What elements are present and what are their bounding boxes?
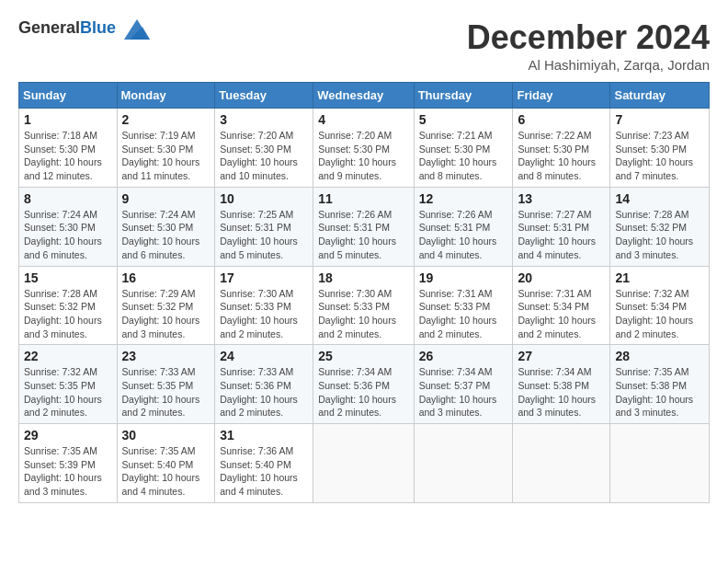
day-info: Sunrise: 7:28 AM Sunset: 5:32 PM Dayligh… — [615, 208, 704, 262]
day-number: 31 — [220, 428, 308, 442]
weekday-header-tuesday: Tuesday — [215, 83, 313, 109]
day-cell-29: 29Sunrise: 7:35 AM Sunset: 5:39 PM Dayli… — [19, 424, 118, 503]
day-number: 17 — [220, 270, 308, 285]
day-cell-19: 19Sunrise: 7:31 AM Sunset: 5:33 PM Dayli… — [414, 266, 513, 345]
day-cell-24: 24Sunrise: 7:33 AM Sunset: 5:36 PM Dayli… — [215, 345, 313, 424]
day-info: Sunrise: 7:18 AM Sunset: 5:30 PM Dayligh… — [24, 129, 112, 183]
day-number: 24 — [220, 349, 308, 363]
day-info: Sunrise: 7:29 AM Sunset: 5:32 PM Dayligh… — [122, 287, 210, 341]
day-cell-17: 17Sunrise: 7:30 AM Sunset: 5:33 PM Dayli… — [215, 266, 313, 345]
weekday-header-wednesday: Wednesday — [313, 83, 414, 109]
day-cell-12: 12Sunrise: 7:26 AM Sunset: 5:31 PM Dayli… — [414, 187, 513, 266]
week-row-4: 22Sunrise: 7:32 AM Sunset: 5:35 PM Dayli… — [19, 345, 710, 424]
day-cell-10: 10Sunrise: 7:25 AM Sunset: 5:31 PM Dayli… — [215, 187, 313, 266]
day-number: 27 — [518, 349, 605, 363]
day-number: 15 — [24, 270, 112, 285]
day-info: Sunrise: 7:32 AM Sunset: 5:35 PM Dayligh… — [24, 365, 112, 419]
day-info: Sunrise: 7:31 AM Sunset: 5:34 PM Dayligh… — [518, 287, 605, 341]
day-number: 12 — [419, 191, 508, 206]
day-cell-8: 8Sunrise: 7:24 AM Sunset: 5:30 PM Daylig… — [19, 187, 118, 266]
day-number: 11 — [318, 191, 408, 206]
day-info: Sunrise: 7:26 AM Sunset: 5:31 PM Dayligh… — [318, 208, 408, 262]
day-info: Sunrise: 7:30 AM Sunset: 5:33 PM Dayligh… — [318, 287, 408, 341]
day-info: Sunrise: 7:32 AM Sunset: 5:34 PM Dayligh… — [615, 287, 704, 341]
day-cell-18: 18Sunrise: 7:30 AM Sunset: 5:33 PM Dayli… — [313, 266, 414, 345]
day-cell-14: 14Sunrise: 7:28 AM Sunset: 5:32 PM Dayli… — [610, 187, 710, 266]
day-cell-11: 11Sunrise: 7:26 AM Sunset: 5:31 PM Dayli… — [313, 187, 414, 266]
day-number: 28 — [615, 349, 704, 363]
day-number: 9 — [122, 191, 210, 206]
day-number: 19 — [419, 270, 508, 285]
month-title: December 2024 — [467, 18, 710, 57]
week-row-3: 15Sunrise: 7:28 AM Sunset: 5:32 PM Dayli… — [19, 266, 710, 345]
location-subtitle: Al Hashimiyah, Zarqa, Jordan — [467, 57, 710, 73]
weekday-header-thursday: Thursday — [414, 83, 513, 109]
day-info: Sunrise: 7:23 AM Sunset: 5:30 PM Dayligh… — [615, 129, 704, 183]
day-number: 20 — [518, 270, 605, 285]
day-number: 30 — [122, 428, 210, 442]
day-info: Sunrise: 7:20 AM Sunset: 5:30 PM Dayligh… — [318, 129, 408, 183]
day-info: Sunrise: 7:34 AM Sunset: 5:37 PM Dayligh… — [419, 365, 508, 419]
day-info: Sunrise: 7:25 AM Sunset: 5:31 PM Dayligh… — [220, 208, 308, 262]
logo-general: General — [18, 18, 80, 37]
day-info: Sunrise: 7:19 AM Sunset: 5:30 PM Dayligh… — [122, 129, 210, 183]
day-number: 14 — [615, 191, 704, 206]
day-number: 13 — [518, 191, 605, 206]
day-info: Sunrise: 7:27 AM Sunset: 5:31 PM Dayligh… — [518, 208, 605, 262]
empty-cell — [513, 424, 610, 503]
weekday-header-sunday: Sunday — [19, 83, 118, 109]
day-cell-4: 4Sunrise: 7:20 AM Sunset: 5:30 PM Daylig… — [313, 109, 414, 188]
day-cell-2: 2Sunrise: 7:19 AM Sunset: 5:30 PM Daylig… — [117, 109, 215, 188]
day-info: Sunrise: 7:35 AM Sunset: 5:39 PM Dayligh… — [24, 444, 112, 499]
logo-blue: Blue — [80, 18, 116, 37]
day-info: Sunrise: 7:35 AM Sunset: 5:38 PM Dayligh… — [615, 365, 704, 419]
day-number: 29 — [24, 428, 112, 442]
week-row-1: 1Sunrise: 7:18 AM Sunset: 5:30 PM Daylig… — [19, 109, 710, 188]
day-number: 10 — [220, 191, 308, 206]
day-cell-1: 1Sunrise: 7:18 AM Sunset: 5:30 PM Daylig… — [19, 109, 118, 188]
day-cell-20: 20Sunrise: 7:31 AM Sunset: 5:34 PM Dayli… — [513, 266, 610, 345]
day-cell-7: 7Sunrise: 7:23 AM Sunset: 5:30 PM Daylig… — [610, 109, 710, 188]
day-info: Sunrise: 7:36 AM Sunset: 5:40 PM Dayligh… — [220, 444, 308, 499]
day-cell-21: 21Sunrise: 7:32 AM Sunset: 5:34 PM Dayli… — [610, 266, 710, 345]
day-number: 18 — [318, 270, 408, 285]
week-row-2: 8Sunrise: 7:24 AM Sunset: 5:30 PM Daylig… — [19, 187, 710, 266]
day-number: 23 — [122, 349, 210, 363]
day-info: Sunrise: 7:26 AM Sunset: 5:31 PM Dayligh… — [419, 208, 508, 262]
day-cell-16: 16Sunrise: 7:29 AM Sunset: 5:32 PM Dayli… — [117, 266, 215, 345]
day-info: Sunrise: 7:31 AM Sunset: 5:33 PM Dayligh… — [419, 287, 508, 341]
day-number: 8 — [24, 191, 112, 206]
page-header: GeneralBlue December 2024 Al Hashimiyah,… — [18, 18, 710, 73]
day-number: 1 — [24, 112, 112, 127]
day-info: Sunrise: 7:33 AM Sunset: 5:35 PM Dayligh… — [122, 365, 210, 419]
day-cell-13: 13Sunrise: 7:27 AM Sunset: 5:31 PM Dayli… — [513, 187, 610, 266]
day-number: 4 — [318, 112, 408, 127]
day-cell-3: 3Sunrise: 7:20 AM Sunset: 5:30 PM Daylig… — [215, 109, 313, 188]
day-cell-28: 28Sunrise: 7:35 AM Sunset: 5:38 PM Dayli… — [610, 345, 710, 424]
weekday-header-monday: Monday — [117, 83, 215, 109]
day-info: Sunrise: 7:22 AM Sunset: 5:30 PM Dayligh… — [518, 129, 605, 183]
empty-cell — [313, 424, 414, 503]
day-cell-22: 22Sunrise: 7:32 AM Sunset: 5:35 PM Dayli… — [19, 345, 118, 424]
day-info: Sunrise: 7:28 AM Sunset: 5:32 PM Dayligh… — [24, 287, 112, 341]
day-number: 25 — [318, 349, 408, 363]
logo-icon — [124, 19, 150, 40]
day-cell-23: 23Sunrise: 7:33 AM Sunset: 5:35 PM Dayli… — [117, 345, 215, 424]
week-row-5: 29Sunrise: 7:35 AM Sunset: 5:39 PM Dayli… — [19, 424, 710, 503]
weekday-header-saturday: Saturday — [610, 83, 710, 109]
day-cell-5: 5Sunrise: 7:21 AM Sunset: 5:30 PM Daylig… — [414, 109, 513, 188]
day-info: Sunrise: 7:20 AM Sunset: 5:30 PM Dayligh… — [220, 129, 308, 183]
day-cell-30: 30Sunrise: 7:35 AM Sunset: 5:40 PM Dayli… — [117, 424, 215, 503]
day-number: 26 — [419, 349, 508, 363]
day-cell-25: 25Sunrise: 7:34 AM Sunset: 5:36 PM Dayli… — [313, 345, 414, 424]
day-cell-9: 9Sunrise: 7:24 AM Sunset: 5:30 PM Daylig… — [117, 187, 215, 266]
day-number: 2 — [122, 112, 210, 127]
day-info: Sunrise: 7:35 AM Sunset: 5:40 PM Dayligh… — [122, 444, 210, 499]
day-info: Sunrise: 7:34 AM Sunset: 5:36 PM Dayligh… — [318, 365, 408, 419]
logo: GeneralBlue — [18, 18, 150, 40]
empty-cell — [610, 424, 710, 503]
day-cell-27: 27Sunrise: 7:34 AM Sunset: 5:38 PM Dayli… — [513, 345, 610, 424]
day-cell-31: 31Sunrise: 7:36 AM Sunset: 5:40 PM Dayli… — [215, 424, 313, 503]
day-info: Sunrise: 7:30 AM Sunset: 5:33 PM Dayligh… — [220, 287, 308, 341]
day-number: 3 — [220, 112, 308, 127]
